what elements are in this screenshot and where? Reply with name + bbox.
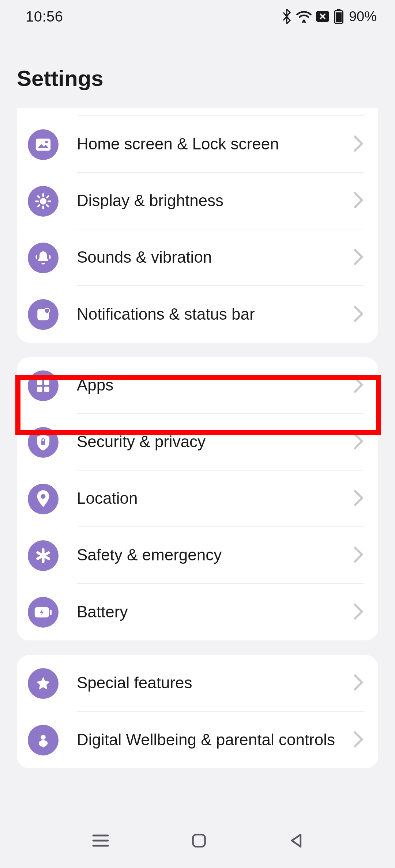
settings-item-location[interactable]: Location (17, 471, 378, 527)
svg-rect-21 (44, 387, 49, 392)
svg-line-13 (47, 205, 48, 206)
settings-item-label: Security & privacy (77, 423, 213, 460)
svg-point-6 (45, 141, 48, 143)
settings-item-special[interactable]: Special features (17, 655, 378, 712)
settings-item-wellbeing[interactable]: Digital Wellbeing & parental controls (17, 712, 378, 768)
settings-group: Apps Security & privacy Location (17, 357, 378, 640)
settings-item-safety[interactable]: Safety & emergency (17, 527, 378, 584)
svg-rect-20 (37, 387, 42, 392)
svg-rect-18 (37, 380, 42, 385)
svg-point-29 (41, 735, 45, 739)
svg-rect-19 (44, 380, 49, 385)
status-indicators: 90% (282, 9, 377, 24)
chevron-right-icon (353, 376, 364, 395)
svg-point-17 (45, 308, 50, 313)
page-title: Settings (0, 33, 395, 111)
shield-lock-icon (28, 427, 59, 458)
battery-icon (334, 9, 344, 24)
system-nav-bar (0, 815, 395, 868)
pin-icon (28, 484, 59, 514)
settings-item-label: Battery (77, 594, 135, 631)
star-icon (28, 668, 59, 699)
svg-line-14 (38, 205, 40, 206)
notification-icon (28, 299, 59, 330)
settings-item-battery[interactable]: Battery (17, 584, 378, 640)
asterisk-icon (28, 540, 59, 571)
chevron-right-icon (353, 192, 364, 210)
chevron-right-icon (353, 603, 364, 621)
battery-charge-icon (28, 597, 59, 628)
status-bar: 10:56 90% (0, 0, 395, 33)
settings-item-label: Display & brightness (77, 182, 231, 219)
chevron-right-icon (353, 731, 364, 749)
chevron-right-icon (353, 490, 364, 508)
home-button[interactable] (191, 833, 207, 850)
image-icon (28, 129, 59, 160)
wifi-icon (296, 10, 312, 23)
settings-item-sounds[interactable]: Sounds & vibration (17, 229, 378, 286)
svg-rect-3 (337, 9, 341, 11)
settings-item-label: Apps (77, 367, 121, 404)
chevron-right-icon (353, 248, 364, 267)
chevron-right-icon (353, 135, 364, 153)
settings-item-security[interactable]: Security & privacy (17, 414, 378, 471)
status-time: 10:56 (26, 8, 63, 25)
chevron-right-icon (353, 305, 364, 324)
svg-rect-4 (336, 12, 342, 22)
settings-item-label: Notifications & status bar (77, 296, 262, 333)
svg-point-7 (40, 198, 46, 205)
svg-rect-22 (41, 441, 45, 445)
settings-item-label: Safety & emergency (77, 537, 229, 574)
sun-icon (28, 186, 59, 217)
svg-rect-33 (193, 835, 205, 847)
svg-rect-5 (36, 138, 50, 151)
settings-item-apps[interactable]: Apps (17, 357, 378, 414)
svg-line-15 (47, 196, 48, 197)
svg-point-0 (303, 20, 305, 22)
back-button[interactable] (289, 833, 303, 850)
svg-line-12 (38, 196, 40, 197)
recent-apps-button[interactable] (92, 833, 109, 849)
settings-group: Wallpapers & style Home screen & Lock sc… (17, 108, 378, 343)
settings-item-wallpapers[interactable]: Wallpapers & style (17, 108, 378, 116)
settings-item-label: Sounds & vibration (77, 239, 219, 276)
settings-item-label: Location (77, 480, 145, 517)
settings-scroll[interactable]: Wallpapers & style Home screen & Lock sc… (0, 108, 395, 815)
wellbeing-icon (28, 725, 59, 755)
bluetooth-icon (282, 9, 292, 24)
settings-item-notifications[interactable]: Notifications & status bar (17, 286, 378, 343)
mute-icon (316, 11, 329, 22)
svg-rect-28 (50, 609, 52, 614)
chevron-right-icon (353, 674, 364, 692)
chevron-right-icon (353, 546, 364, 564)
svg-point-23 (41, 494, 46, 499)
settings-item-homescreen[interactable]: Home screen & Lock screen (17, 116, 378, 173)
settings-item-label: Digital Wellbeing & parental controls (77, 722, 342, 758)
apps-icon (28, 370, 59, 401)
settings-item-label: Special features (77, 665, 200, 701)
battery-percent: 90% (349, 9, 377, 24)
settings-item-label: Home screen & Lock screen (77, 126, 286, 163)
settings-group: Special features Digital Wellbeing & par… (17, 655, 378, 768)
chevron-right-icon (353, 433, 364, 451)
settings-item-display[interactable]: Display & brightness (17, 173, 378, 229)
bell-icon (28, 243, 59, 273)
